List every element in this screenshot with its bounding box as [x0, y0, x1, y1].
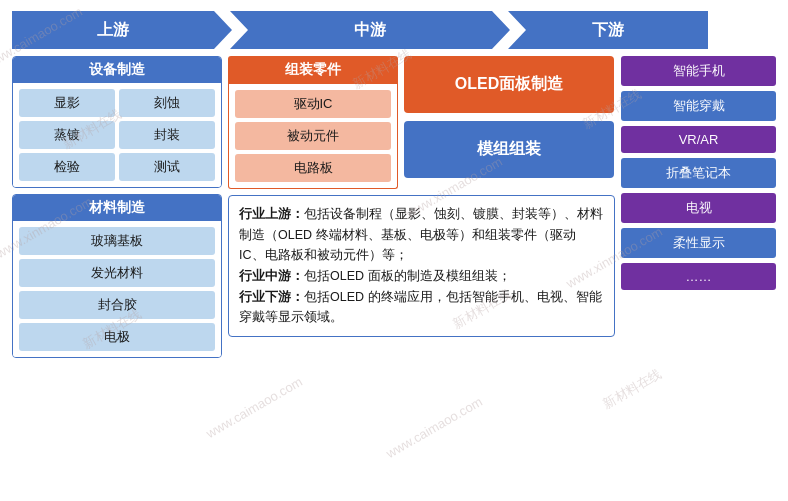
- midstream-header: 中游: [230, 11, 510, 49]
- material-list: 玻璃基板 发光材料 封合胶 电极: [13, 221, 221, 357]
- material-section: 材料制造 玻璃基板 发光材料 封合胶 电极: [12, 194, 222, 358]
- ds-item-2: VR/AR: [621, 126, 776, 153]
- description-section: 行业上游：包括设备制程（显影、蚀刻、镀膜、封装等）、材料制造（OLED 终端材料…: [228, 195, 615, 493]
- asm-item-0: 驱动IC: [235, 90, 391, 118]
- equipment-section: 设备制造 显影 刻蚀 蒸镀 封装 检验 测试: [12, 56, 222, 188]
- mat-item-2: 封合胶: [19, 291, 215, 319]
- desc-down-title: 行业下游：: [239, 290, 304, 304]
- assembly-items: 驱动IC 被动元件 电路板: [228, 84, 398, 189]
- upstream-col: 设备制造 显影 刻蚀 蒸镀 封装 检验 测试 材料制造 玻璃基板 发光材料 封合…: [12, 56, 222, 493]
- assembly-title: 组装零件: [228, 56, 398, 84]
- equip-item-5: 测试: [119, 153, 215, 181]
- downstream-header: 下游: [508, 11, 708, 49]
- downstream-col: 智能手机 智能穿戴 VR/AR 折叠笔记本 电视 柔性显示 ……: [621, 56, 776, 493]
- mid-col: OLED面板制造 模组组装: [404, 56, 614, 189]
- ds-item-5: 柔性显示: [621, 228, 776, 258]
- mid-section: 组装零件 驱动IC 被动元件 电路板 OLED面板制造 模组组装 行业上游：包括…: [228, 56, 615, 493]
- equipment-title: 设备制造: [13, 57, 221, 83]
- equip-item-2: 蒸镀: [19, 121, 115, 149]
- ds-item-6: ……: [621, 263, 776, 290]
- assembly-col: 组装零件 驱动IC 被动元件 电路板: [228, 56, 398, 189]
- content-row: 设备制造 显影 刻蚀 蒸镀 封装 检验 测试 材料制造 玻璃基板 发光材料 封合…: [12, 56, 776, 493]
- equip-item-0: 显影: [19, 89, 115, 117]
- oled-box: OLED面板制造: [404, 56, 614, 113]
- equip-item-4: 检验: [19, 153, 115, 181]
- mat-item-1: 发光材料: [19, 259, 215, 287]
- equip-item-1: 刻蚀: [119, 89, 215, 117]
- desc-box: 行业上游：包括设备制程（显影、蚀刻、镀膜、封装等）、材料制造（OLED 终端材料…: [228, 195, 615, 337]
- header-row: 上游 中游 下游: [12, 10, 776, 50]
- mat-item-0: 玻璃基板: [19, 227, 215, 255]
- desc-mid-text: 包括OLED 面板的制造及模组组装；: [304, 269, 511, 283]
- upstream-header: 上游: [12, 11, 232, 49]
- ds-item-3: 折叠笔记本: [621, 158, 776, 188]
- mid-top-row: 组装零件 驱动IC 被动元件 电路板 OLED面板制造 模组组装: [228, 56, 615, 189]
- ds-item-4: 电视: [621, 193, 776, 223]
- equipment-grid: 显影 刻蚀 蒸镀 封装 检验 测试: [13, 83, 221, 187]
- asm-item-2: 电路板: [235, 154, 391, 182]
- module-box: 模组组装: [404, 121, 614, 178]
- desc-mid-title: 行业中游：: [239, 269, 304, 283]
- asm-item-1: 被动元件: [235, 122, 391, 150]
- mat-item-3: 电极: [19, 323, 215, 351]
- ds-item-0: 智能手机: [621, 56, 776, 86]
- ds-item-1: 智能穿戴: [621, 91, 776, 121]
- main-container: 上游 中游 下游 设备制造 显影 刻蚀 蒸镀 封装 检验 测试: [0, 0, 788, 501]
- equip-item-3: 封装: [119, 121, 215, 149]
- material-title: 材料制造: [13, 195, 221, 221]
- desc-upstream-title: 行业上游：: [239, 207, 304, 221]
